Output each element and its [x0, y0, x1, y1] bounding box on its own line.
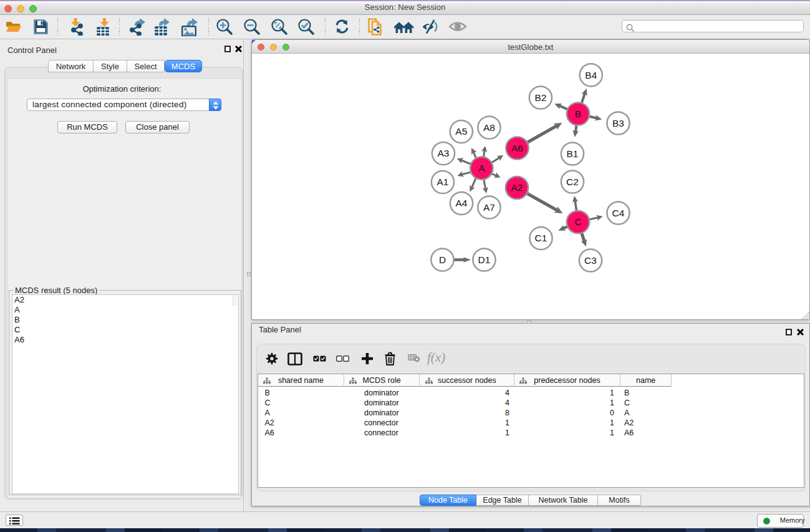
- svg-text:C2: C2: [566, 177, 579, 187]
- svg-text:A5: A5: [455, 126, 467, 137]
- svg-text:C4: C4: [612, 208, 625, 218]
- svg-text:D1: D1: [478, 254, 491, 265]
- svg-text:A: A: [478, 163, 485, 173]
- svg-text:A1: A1: [437, 177, 449, 187]
- svg-text:A8: A8: [483, 122, 495, 133]
- svg-text:A6: A6: [511, 143, 523, 153]
- svg-text:B4: B4: [585, 70, 597, 80]
- svg-text:A4: A4: [456, 198, 468, 208]
- svg-text:C3: C3: [584, 255, 597, 266]
- svg-text:C: C: [574, 216, 581, 227]
- svg-text:A2: A2: [511, 182, 523, 193]
- svg-text:B3: B3: [612, 118, 624, 128]
- svg-text:B1: B1: [567, 148, 579, 159]
- svg-text:C1: C1: [535, 233, 547, 243]
- svg-text:B: B: [575, 109, 581, 119]
- svg-text:A7: A7: [483, 202, 495, 213]
- svg-text:D: D: [439, 254, 446, 265]
- svg-text:B2: B2: [534, 92, 546, 103]
- svg-text:A3: A3: [438, 148, 450, 158]
